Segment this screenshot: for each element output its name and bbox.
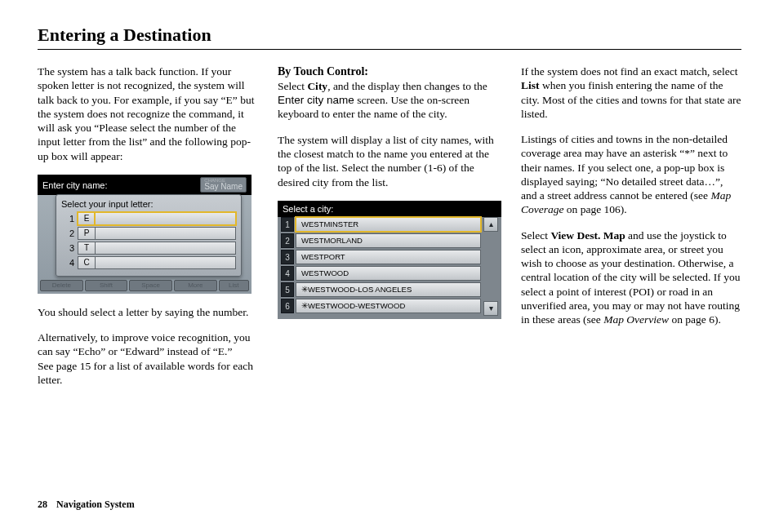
page-number: 28 — [38, 499, 47, 510]
p1c: when you finish entering the name of the… — [521, 79, 741, 120]
col3-para1: If the system does not find an exact mat… — [521, 64, 741, 121]
p1a: Select — [278, 80, 307, 92]
letter-row[interactable]: 1 E — [61, 212, 236, 225]
row-letter: C — [78, 256, 96, 269]
more-button[interactable]: More — [174, 280, 217, 291]
scrollbar: ▴ ▾ — [483, 217, 498, 316]
p3a: Select — [521, 229, 550, 242]
p1c: , and the display then changes to the — [327, 80, 487, 92]
row-city: ✳WESTWOOD-LOS ANGELES — [296, 282, 481, 297]
city-label: City — [307, 80, 327, 92]
city-list-body: 1 WESTMINSTER 2 WESTMORLAND 3 WESTPORT 4… — [281, 217, 498, 316]
row-letter: E — [78, 212, 96, 225]
input-letter-popup: Select your input letter: 1 E 2 P 3 T — [56, 194, 242, 277]
letter-row[interactable]: 3 T — [61, 242, 236, 255]
bottom-buttons: Delete Shift Space More List — [40, 280, 249, 291]
row-number: 2 — [281, 233, 294, 248]
list-button[interactable]: List — [219, 280, 249, 291]
col3-para3: Select View Dest. Map and use the joysti… — [521, 228, 741, 327]
row-city: WESTPORT — [296, 250, 481, 264]
city-row[interactable]: 1 WESTMINSTER — [281, 217, 481, 232]
city-list: 1 WESTMINSTER 2 WESTMORLAND 3 WESTPORT 4… — [281, 217, 481, 316]
delete-button[interactable]: Delete — [40, 280, 83, 291]
shift-button[interactable]: Shift — [85, 280, 128, 291]
col3-para2: Listings of cities and towns in the non-… — [521, 132, 741, 217]
column-1: The system has a talk back function. If … — [38, 64, 258, 398]
screen-header: Select a city: — [278, 201, 501, 217]
list-label: List — [521, 79, 540, 91]
map-overview-ref: Map Overview — [603, 313, 669, 326]
scroll-down-icon[interactable]: ▾ — [483, 301, 498, 316]
row-letter: T — [78, 242, 96, 255]
header-text: Enter city name: — [42, 180, 107, 191]
city-row[interactable]: 5 ✳WESTWOOD-LOS ANGELES — [281, 282, 481, 297]
row-number: 2 — [61, 228, 74, 239]
view-dest-map-label: View Dest. Map — [550, 229, 625, 242]
say-name-button[interactable]: CHANGE Say Name — [200, 177, 247, 193]
section-name: Navigation System — [56, 499, 135, 510]
row-number: 5 — [281, 282, 294, 297]
p2c: on page 106). — [563, 203, 626, 215]
city-row[interactable]: 3 WESTPORT — [281, 250, 481, 264]
p3e: on page 6). — [669, 313, 721, 326]
city-list-screenshot: Select a city: 1 WESTMINSTER 2 WESTMORLA… — [278, 201, 501, 319]
row-number: 4 — [281, 266, 294, 281]
content-columns: The system has a talk back function. If … — [38, 64, 741, 398]
row-blank — [95, 212, 236, 225]
popup-screenshot: Enter city name: CHANGE Say Name Select … — [38, 175, 252, 294]
p1a: If the system does not find an exact mat… — [521, 65, 737, 78]
col1-para2: You should select a letter by saying the… — [38, 305, 258, 319]
row-blank — [95, 242, 236, 255]
row-number: 1 — [281, 217, 294, 232]
row-number: 3 — [61, 242, 74, 254]
say-name-label: Say Name — [204, 182, 243, 191]
col1-p3b: See page 15 for a list of available word… — [38, 360, 253, 386]
col2-para1: By Touch Control: Select City, and the d… — [278, 64, 501, 122]
row-number: 6 — [281, 299, 294, 313]
city-row[interactable]: 2 WESTMORLAND — [281, 233, 481, 248]
col1-p3a: Alternatively, to improve voice recognit… — [38, 331, 250, 357]
popup-title: Select your input letter: — [61, 198, 236, 210]
p3c: and use the joystick to select an icon, … — [521, 229, 740, 326]
scroll-up-icon[interactable]: ▴ — [483, 217, 498, 232]
page-footer: 28 Navigation System — [38, 499, 135, 511]
column-3: If the system does not find an exact mat… — [521, 64, 741, 398]
row-number: 3 — [281, 250, 294, 264]
col1-para1: The system has a talk back function. If … — [38, 64, 258, 163]
row-letter: P — [78, 227, 96, 240]
row-number: 4 — [61, 257, 74, 268]
letter-row[interactable]: 2 P — [61, 227, 236, 240]
col1-para3: Alternatively, to improve voice recognit… — [38, 330, 258, 387]
space-button[interactable]: Space — [129, 280, 172, 291]
page-title: Entering a Destination — [38, 24, 741, 50]
touch-control-heading: By Touch Control: — [278, 65, 368, 78]
city-row[interactable]: 4 WESTWOOD — [281, 266, 481, 281]
letter-row[interactable]: 4 C — [61, 256, 236, 269]
city-row[interactable]: 6 ✳WESTWOOD-WESTWOOD — [281, 299, 481, 313]
col2-para2: The system will display a list of city n… — [278, 133, 501, 189]
screen-header: Enter city name: CHANGE Say Name — [38, 175, 252, 195]
p2a: Listings of cities and towns in the non-… — [521, 133, 728, 202]
row-city: WESTMORLAND — [296, 233, 481, 248]
row-blank — [95, 227, 236, 240]
column-2: By Touch Control: Select City, and the d… — [278, 64, 501, 398]
row-city: WESTMINSTER — [296, 217, 481, 232]
row-city: WESTWOOD — [296, 266, 481, 281]
row-city: ✳WESTWOOD-WESTWOOD — [296, 299, 481, 313]
row-number: 1 — [61, 213, 74, 224]
enter-city-name-label: Enter city name — [278, 94, 354, 106]
row-blank — [95, 256, 236, 269]
